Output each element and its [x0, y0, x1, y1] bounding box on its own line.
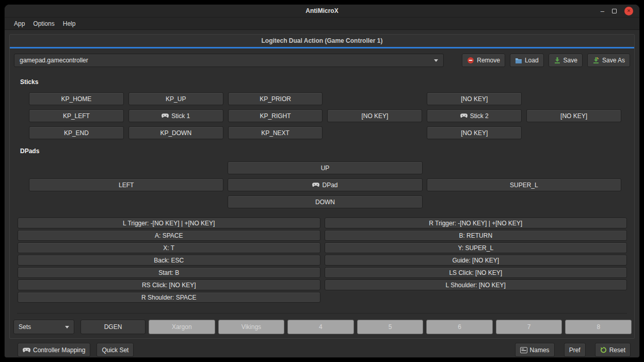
stick2-button-label: Stick 2	[470, 112, 489, 120]
dpad-button[interactable]: DPad	[228, 178, 422, 191]
dpad-grid: UP LEFT DPad SUPER_L DOWN	[29, 161, 621, 208]
remove-button[interactable]: Remove	[462, 54, 505, 67]
back-button[interactable]: Back: ESC	[18, 255, 320, 266]
y-button[interactable]: Y: SUPER_L	[325, 242, 627, 253]
rs-click-button[interactable]: RS Click: [NO KEY]	[18, 279, 320, 290]
window-controls: – ✕	[601, 7, 633, 15]
load-button-label: Load	[525, 57, 539, 64]
start-button[interactable]: Start: B	[18, 267, 320, 278]
footer-right: Names Pref Reset	[515, 343, 631, 357]
menubar: App Options Help	[5, 18, 639, 30]
dpad-button-label: DPad	[322, 182, 337, 189]
controller-mapping-button[interactable]: Controller Mapping	[18, 343, 90, 357]
save-as-button[interactable]: Save As	[587, 54, 630, 67]
main-area: Logitech Dual Action (Game Controller 1)…	[5, 30, 639, 357]
sets-separator	[17, 313, 627, 314]
save-as-icon	[592, 57, 600, 64]
stick1-button-label: Stick 1	[171, 112, 190, 120]
controller-tab[interactable]: Logitech Dual Action (Game Controller 1)	[10, 35, 634, 48]
guide-button[interactable]: Guide: [NO KEY]	[325, 255, 627, 266]
close-button[interactable]: ✕	[624, 7, 633, 15]
dpad-right-button[interactable]: SUPER_L	[427, 178, 621, 191]
stick1-left-button[interactable]: KP_LEFT	[29, 109, 124, 122]
names-icon	[520, 347, 527, 353]
maximize-icon	[612, 9, 617, 13]
stick1-up-left-button[interactable]: KP_HOME	[29, 92, 124, 105]
footer-left: Controller Mapping Quick Set	[18, 343, 134, 357]
reset-button-label: Reset	[609, 347, 625, 354]
save-icon	[554, 57, 561, 64]
footer-bar: Controller Mapping Quick Set Names Pref …	[9, 339, 635, 357]
sets-dropdown[interactable]: Sets	[13, 320, 74, 334]
remove-icon	[467, 57, 474, 64]
stick2-up-button[interactable]: [NO KEY]	[427, 92, 522, 105]
b-button[interactable]: B: RETURN	[325, 230, 627, 241]
mapping-list-left: L Trigger: -[NO KEY] | +[NO KEY] A: SPAC…	[18, 218, 320, 303]
pref-button[interactable]: Pref	[564, 343, 586, 357]
set-tab-8[interactable]: 8	[565, 320, 632, 334]
window-title: AntiMicroX	[305, 7, 338, 14]
profile-combobox[interactable]: gamepad.gamecontroller	[14, 54, 444, 67]
stick1-button[interactable]: Stick 1	[128, 109, 223, 122]
save-button[interactable]: Save	[549, 54, 583, 67]
minimize-button[interactable]: –	[601, 8, 604, 14]
stick1-up-right-button[interactable]: KP_PRIOR	[228, 92, 323, 105]
dpads-heading: DPads	[20, 147, 634, 155]
stick2-right-button[interactable]: [NO KEY]	[526, 109, 621, 122]
x-button[interactable]: X: T	[18, 242, 320, 253]
menu-app[interactable]: App	[10, 19, 29, 29]
gamepad-icon	[162, 113, 169, 118]
stick2-left-button[interactable]: [NO KEY]	[327, 109, 422, 122]
save-as-button-label: Save As	[602, 57, 625, 64]
chevron-down-icon	[65, 326, 69, 328]
stick2-button[interactable]: Stick 2	[427, 109, 522, 122]
set-tab-7[interactable]: 7	[496, 320, 562, 334]
dpad-up-button[interactable]: UP	[228, 161, 422, 174]
gamepad-icon	[23, 348, 30, 353]
load-button[interactable]: Load	[510, 54, 544, 67]
stick1-down-left-button[interactable]: KP_END	[29, 126, 124, 139]
mapping-list-right: R Trigger: -[NO KEY] | +[NO KEY] B: RETU…	[325, 218, 627, 290]
names-button-label: Names	[530, 347, 550, 354]
set-tab-6[interactable]: 6	[426, 320, 493, 334]
dpad-down-button[interactable]: DOWN	[228, 195, 422, 208]
l-trigger-button[interactable]: L Trigger: -[NO KEY] | +[NO KEY]	[18, 218, 320, 228]
titlebar[interactable]: AntiMicroX – ✕	[5, 5, 639, 18]
stick2-down-button[interactable]: [NO KEY]	[427, 126, 522, 139]
reset-button[interactable]: Reset	[595, 343, 631, 357]
save-button-label: Save	[564, 57, 577, 64]
r-shoulder-button[interactable]: R Shoulder: SPACE	[18, 292, 320, 303]
sets-row: Sets DGEN Xargon Vikings 4 5 6 7 8	[13, 320, 632, 334]
controller-mapping-label: Controller Mapping	[33, 347, 85, 354]
set-tab-4[interactable]: 4	[287, 320, 354, 334]
profile-row: gamepad.gamecontroller Remove Load Save	[10, 48, 634, 71]
gamepad-icon	[460, 113, 468, 118]
controller-panel: Logitech Dual Action (Game Controller 1)…	[9, 34, 635, 339]
sticks-heading: Sticks	[20, 78, 634, 86]
sticks-grid: KP_HOME KP_UP KP_PRIOR [NO KEY] KP_LEFT …	[29, 92, 621, 139]
gamepad-icon	[312, 183, 319, 187]
set-tab-3[interactable]: Vikings	[218, 320, 285, 334]
maximize-button[interactable]	[612, 9, 617, 13]
profile-combobox-value: gamepad.gamecontroller	[20, 57, 88, 64]
set-tab-2[interactable]: Xargon	[149, 320, 215, 334]
stick1-up-button[interactable]: KP_UP	[128, 92, 223, 105]
menu-options[interactable]: Options	[29, 19, 58, 29]
remove-button-label: Remove	[477, 57, 500, 64]
stick1-down-button[interactable]: KP_DOWN	[128, 126, 223, 139]
names-button[interactable]: Names	[515, 343, 555, 357]
ls-click-button[interactable]: LS Click: [NO KEY]	[325, 267, 627, 278]
mapping-list: L Trigger: -[NO KEY] | +[NO KEY] A: SPAC…	[18, 218, 627, 303]
a-button[interactable]: A: SPACE	[18, 230, 320, 241]
app-window: AntiMicroX – ✕ App Options Help Logitech…	[4, 4, 640, 358]
set-tab-5[interactable]: 5	[357, 320, 424, 334]
stick1-right-button[interactable]: KP_RIGHT	[228, 109, 323, 122]
menu-help[interactable]: Help	[59, 19, 80, 29]
l-shoulder-button[interactable]: L Shoulder: [NO KEY]	[325, 279, 627, 290]
stick1-down-right-button[interactable]: KP_NEXT	[228, 126, 323, 139]
dpad-left-button[interactable]: LEFT	[29, 178, 223, 191]
r-trigger-button[interactable]: R Trigger: -[NO KEY] | +[NO KEY]	[325, 218, 627, 228]
quick-set-button[interactable]: Quick Set	[96, 343, 134, 357]
chevron-down-icon	[434, 59, 438, 62]
set-tab-1[interactable]: DGEN	[81, 320, 146, 334]
